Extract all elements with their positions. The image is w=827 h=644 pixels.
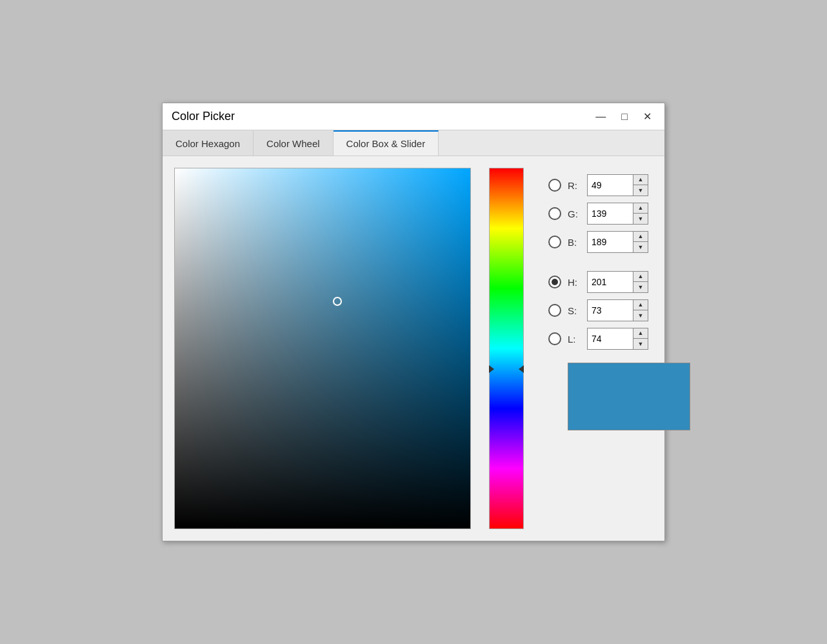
g-label: G: [568,208,581,219]
r-input[interactable] [588,175,633,196]
window-title: Color Picker [172,110,235,123]
l-radio[interactable] [548,332,561,345]
color-box-gradient [175,168,470,528]
tab-bar: Color Hexagon Color Wheel Color Box & Sl… [163,130,664,156]
b-spinbox: ▲ ▼ [587,231,648,253]
r-label: R: [568,180,581,191]
hue-slider[interactable] [489,168,524,529]
s-input[interactable] [588,300,633,321]
minimize-button[interactable]: — [592,110,610,123]
b-input[interactable] [588,232,633,252]
h-increment[interactable]: ▲ [633,272,648,282]
g-decrement[interactable]: ▼ [633,214,648,224]
color-box-container [174,168,471,529]
r-increment[interactable]: ▲ [633,175,648,185]
l-row: L: ▲ ▼ [548,328,671,350]
s-spin-buttons: ▲ ▼ [633,300,648,321]
r-spinbox: ▲ ▼ [587,174,648,196]
l-label: L: [568,334,581,345]
maximize-button[interactable]: □ [617,110,632,123]
tab-color-wheel[interactable]: Color Wheel [254,130,334,156]
title-bar: Color Picker — □ ✕ [163,103,664,130]
r-decrement[interactable]: ▼ [633,185,648,196]
b-label: B: [568,237,581,248]
h-input[interactable] [588,272,633,292]
s-decrement[interactable]: ▼ [633,310,648,321]
h-spin-buttons: ▲ ▼ [633,272,648,292]
b-row: B: ▲ ▼ [548,231,671,253]
l-input[interactable] [588,328,633,349]
g-spinbox: ▲ ▼ [587,203,648,225]
hue-slider-area [481,168,532,529]
g-input[interactable] [588,203,633,224]
l-spin-buttons: ▲ ▼ [633,328,648,349]
h-row: H: ▲ ▼ [548,271,671,293]
l-increment[interactable]: ▲ [633,328,648,339]
main-area: R: ▲ ▼ G: [174,168,653,529]
g-row: G: ▲ ▼ [548,203,671,225]
hsl-section: H: ▲ ▼ S: [548,271,671,350]
s-label: S: [568,305,581,316]
b-radio[interactable] [548,236,561,248]
g-radio[interactable] [548,207,561,220]
s-spinbox: ▲ ▼ [587,299,648,321]
s-increment[interactable]: ▲ [633,300,648,310]
h-spinbox: ▲ ▼ [587,271,648,293]
color-preview [568,363,690,430]
window-controls: — □ ✕ [592,110,655,123]
hue-gradient [490,168,523,528]
h-decrement[interactable]: ▼ [633,282,648,292]
color-box[interactable] [174,168,471,529]
rgb-section: R: ▲ ▼ G: [548,174,671,253]
h-radio[interactable] [548,276,561,288]
b-increment[interactable]: ▲ [633,232,648,242]
r-radio[interactable] [548,179,561,192]
hue-slider-wrapper [489,168,524,529]
g-increment[interactable]: ▲ [633,203,648,214]
r-row: R: ▲ ▼ [548,174,671,196]
controls-panel: R: ▲ ▼ G: [542,168,671,430]
tab-color-box-slider[interactable]: Color Box & Slider [334,130,439,156]
l-decrement[interactable]: ▼ [633,339,648,349]
g-spin-buttons: ▲ ▼ [633,203,648,224]
r-spin-buttons: ▲ ▼ [633,175,648,196]
s-radio[interactable] [548,304,561,317]
b-spin-buttons: ▲ ▼ [633,232,648,252]
h-label: H: [568,277,581,288]
close-button[interactable]: ✕ [639,110,655,123]
b-decrement[interactable]: ▼ [633,242,648,252]
tab-color-hexagon[interactable]: Color Hexagon [163,130,254,156]
l-spinbox: ▲ ▼ [587,328,648,350]
s-row: S: ▲ ▼ [548,299,671,321]
color-picker-window: Color Picker — □ ✕ Color Hexagon Color W… [162,103,665,541]
content-area: R: ▲ ▼ G: [163,156,664,541]
